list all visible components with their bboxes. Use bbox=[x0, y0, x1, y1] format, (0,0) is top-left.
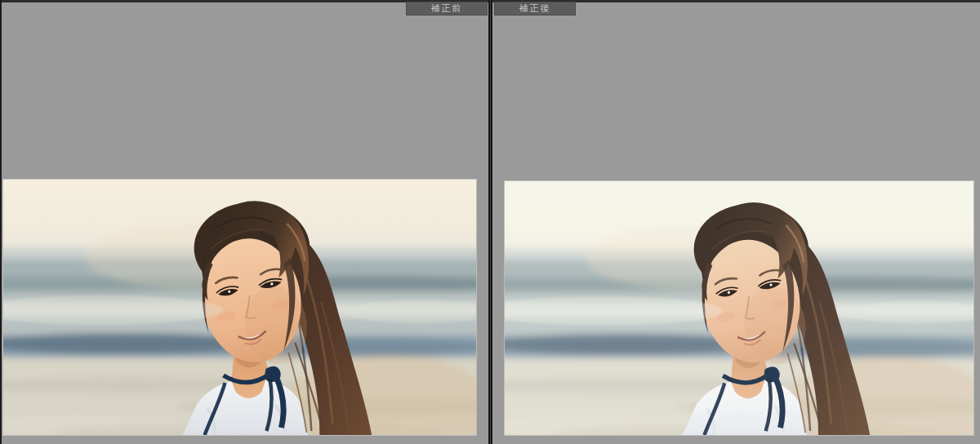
left-border-edge bbox=[0, 0, 2, 444]
after-photo-image bbox=[505, 181, 973, 435]
after-label: 補正後 bbox=[494, 2, 576, 16]
before-label: 補正前 bbox=[406, 2, 488, 16]
before-label-text: 補正前 bbox=[431, 4, 463, 13]
after-label-text: 補正後 bbox=[519, 4, 551, 13]
before-after-compare-view: 補正前 補正後 bbox=[0, 0, 980, 444]
before-photo[interactable] bbox=[3, 180, 476, 435]
after-photo[interactable] bbox=[505, 181, 973, 435]
before-photo-image bbox=[3, 180, 476, 435]
panel-divider bbox=[488, 0, 492, 444]
